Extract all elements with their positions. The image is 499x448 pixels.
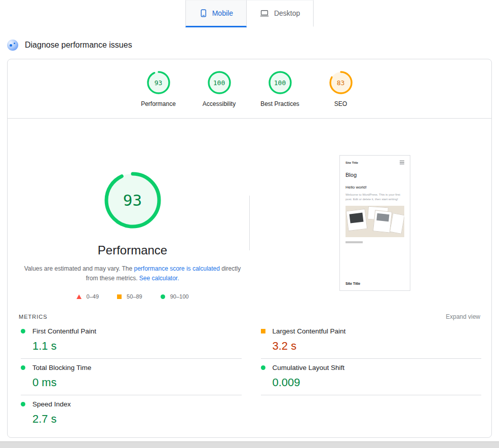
performance-score-value: 93 <box>123 191 142 209</box>
metric-value: 1.1 s <box>32 340 242 353</box>
metrics-column-left: First Contentful Paint 1.1 s Total Block… <box>21 322 242 431</box>
metrics-header: METRICS Expand view <box>8 309 491 320</box>
thumbnail-post-title: Hello world! <box>346 185 404 190</box>
metric-name: Speed Index <box>32 400 71 408</box>
score-disclaimer: Values are estimated and may vary. The p… <box>23 264 242 283</box>
metric-value: 0.009 <box>273 376 482 389</box>
thumbnail-post-image <box>346 206 404 237</box>
score-accessibility[interactable]: 100 Accessibility <box>189 70 250 107</box>
best-practices-score-gauge: 100 <box>268 70 292 95</box>
scoring-calc-link[interactable]: performance score is calculated <box>134 265 220 272</box>
metric-status-icon <box>21 329 25 333</box>
mobile-icon <box>199 9 207 17</box>
tab-desktop[interactable]: Desktop <box>247 0 314 27</box>
score-legend: 0–49 50–89 90–100 <box>76 293 189 300</box>
see-calculator-link[interactable]: See calculator. <box>139 275 179 282</box>
metric-status-icon <box>21 402 25 406</box>
pass-circle-icon <box>161 294 165 299</box>
diagnose-header: Diagnose performance issues <box>7 40 499 51</box>
final-screenshot-thumbnail[interactable]: Site Title Blog Hello world! Welcome to … <box>339 155 410 291</box>
thumbnail-date-line <box>346 241 363 243</box>
score-label: Performance <box>141 100 176 107</box>
metric-status-icon <box>21 365 25 370</box>
metric-status-icon <box>261 329 265 333</box>
metrics-column-right: Largest Contentful Paint 3.2 s Cumulativ… <box>261 322 482 431</box>
device-tabbar: Mobile Desktop <box>0 0 499 27</box>
fail-triangle-icon <box>76 294 82 299</box>
performance-gauge-column: 93 Performance Values are estimated and … <box>8 119 257 300</box>
score-label: SEO <box>334 100 347 107</box>
metric-name: Cumulative Layout Shift <box>273 364 345 371</box>
desktop-icon <box>260 9 269 17</box>
metric-value: 3.2 s <box>273 340 482 353</box>
legend-range: 0–49 <box>87 293 99 300</box>
metric-largest-contentful-paint: Largest Contentful Paint 3.2 s <box>261 322 482 359</box>
score-seo[interactable]: 83 SEO <box>311 70 371 107</box>
legend-range: 90–100 <box>170 293 189 300</box>
metric-status-icon <box>261 365 265 370</box>
score-value: 93 <box>155 79 163 87</box>
report-card: 93 Performance 100 Accessibility 100 <box>7 59 492 438</box>
metric-name: Total Blocking Time <box>32 364 91 371</box>
legend-pass: 90–100 <box>161 293 189 300</box>
pagespeed-insights-icon <box>7 40 18 51</box>
page-title: Diagnose performance issues <box>25 41 132 50</box>
performance-main-gauge: 93 <box>103 170 163 230</box>
metric-name: First Contentful Paint <box>32 327 96 335</box>
tab-desktop-label: Desktop <box>274 9 300 17</box>
metric-value: 0 ms <box>32 376 242 389</box>
expand-view-button[interactable]: Expand view <box>446 313 480 320</box>
score-value: 100 <box>274 79 286 87</box>
score-value: 100 <box>213 79 225 87</box>
seo-score-gauge: 83 <box>329 70 353 95</box>
metric-cumulative-layout-shift: Cumulative Layout Shift 0.009 <box>261 359 482 395</box>
legend-fail: 0–49 <box>76 293 99 300</box>
thumbnail-footer-site-title: Site Title <box>346 282 404 285</box>
category-scores: 93 Performance 100 Accessibility 100 <box>8 59 491 107</box>
score-label: Accessibility <box>203 100 236 107</box>
thumbnail-site-header: Site Title <box>346 161 404 164</box>
thumbnail-post-body: Welcome to WordPress. This is your first… <box>346 193 404 202</box>
legend-range: 50–89 <box>127 293 142 300</box>
metric-value: 2.7 s <box>32 413 242 426</box>
hamburger-menu-icon <box>400 161 404 164</box>
performance-score-gauge: 93 <box>146 70 171 95</box>
score-performance[interactable]: 93 Performance <box>128 70 189 107</box>
performance-section: 93 Performance Values are estimated and … <box>8 119 491 309</box>
score-best-practices[interactable]: 100 Best Practices <box>250 70 311 107</box>
bottom-scroll-edge <box>0 441 499 448</box>
metric-total-blocking-time: Total Blocking Time 0 ms <box>21 359 242 395</box>
metrics-title: METRICS <box>19 314 48 320</box>
metric-speed-index: Speed Index 2.7 s <box>21 395 242 431</box>
thumbnail-blog-heading: Blog <box>346 172 404 178</box>
tab-mobile[interactable]: Mobile <box>185 0 247 27</box>
score-label: Best Practices <box>260 100 299 107</box>
metrics-grid: First Contentful Paint 1.1 s Total Block… <box>8 320 491 431</box>
performance-heading: Performance <box>98 243 167 257</box>
vertical-divider <box>249 196 250 250</box>
disclaimer-text: Values are estimated and may vary. The <box>24 265 134 272</box>
metric-first-contentful-paint: First Contentful Paint 1.1 s <box>21 322 242 359</box>
metric-name: Largest Contentful Paint <box>273 327 346 335</box>
average-square-icon <box>117 294 122 299</box>
accessibility-score-gauge: 100 <box>207 70 232 95</box>
score-value: 83 <box>337 79 345 87</box>
tab-mobile-label: Mobile <box>212 9 233 17</box>
thumbnail-site-title: Site Title <box>346 161 358 164</box>
legend-average: 50–89 <box>117 293 142 300</box>
